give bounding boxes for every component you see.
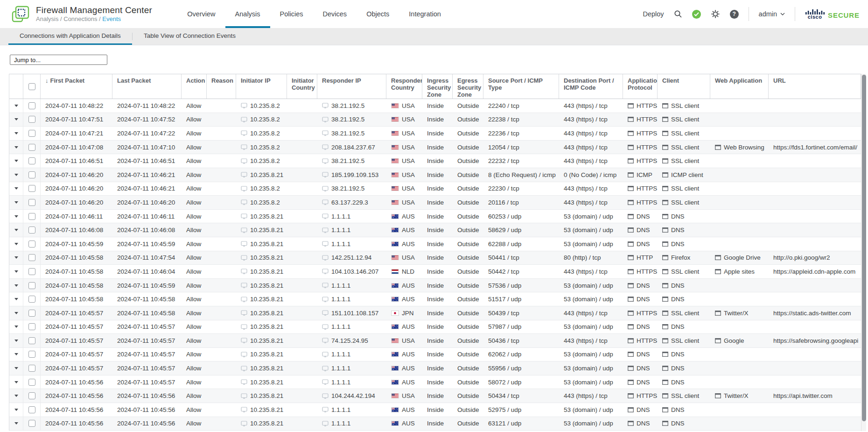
expand-row-cell[interactable] (9, 154, 23, 168)
column-header-last-packet[interactable]: Last Packet (112, 74, 182, 99)
column-header-egress-security-zone[interactable]: Egress Security Zone (453, 74, 483, 99)
nav-item-policies[interactable]: Policies (270, 0, 313, 28)
row-checkbox[interactable] (28, 213, 35, 220)
expand-row-cell[interactable] (9, 127, 23, 140)
expand-row-cell[interactable] (9, 141, 23, 154)
row-checkbox[interactable] (28, 171, 35, 178)
scrollbar-thumb[interactable] (862, 75, 866, 421)
row-checkbox[interactable] (28, 130, 35, 137)
select-all-checkbox[interactable] (28, 83, 35, 90)
column-header-initiator-ip[interactable]: Initiator IP (236, 74, 287, 99)
expand-row-cell[interactable] (9, 334, 23, 347)
usa-flag-icon (391, 145, 399, 150)
column-header-responder-country[interactable]: Responder Country (386, 74, 422, 99)
row-checkbox[interactable] (28, 268, 35, 275)
row-checkbox[interactable] (28, 185, 35, 192)
row-checkbox[interactable] (28, 116, 35, 123)
tab-table-view-of-connection-events[interactable]: Table View of Connection Events (133, 28, 247, 45)
column-header-initiator-country[interactable]: Initiator Country (287, 74, 317, 99)
expand-row-cell[interactable] (9, 168, 23, 182)
expand-row-cell[interactable] (9, 113, 23, 127)
row-checkbox[interactable] (28, 392, 35, 399)
column-header-ingress-security-zone[interactable]: Ingress Security Zone (422, 74, 453, 99)
nav-item-devices[interactable]: Devices (313, 0, 357, 28)
cell-action: Allow (182, 265, 207, 278)
row-checkbox[interactable] (28, 310, 35, 317)
row-checkbox[interactable] (28, 351, 35, 358)
nav-item-integration[interactable]: Integration (399, 0, 451, 28)
user-menu[interactable]: admin (759, 10, 785, 18)
help-icon[interactable]: ? (730, 10, 739, 19)
column-header-web-application[interactable]: Web Application (710, 74, 769, 99)
expand-row-cell[interactable] (9, 223, 23, 237)
column-header-responder-ip[interactable]: Responder IP (317, 74, 386, 99)
cell-client: SSL client (658, 141, 710, 154)
row-checkbox[interactable] (28, 144, 35, 151)
row-checkbox[interactable] (28, 241, 35, 248)
deploy-button[interactable]: Deploy (643, 10, 664, 18)
jump-to-combobox[interactable]: Jump to... (10, 55, 107, 65)
column-header-label: Ingress Security Zone (427, 77, 451, 98)
row-checkbox[interactable] (28, 282, 35, 289)
row-checkbox[interactable] (28, 379, 35, 386)
column-header-application-protocol[interactable]: Application Protocol (623, 74, 658, 99)
cell-application-protocol: DNS (623, 361, 658, 375)
expand-row-cell[interactable] (9, 306, 23, 320)
expand-row-cell[interactable] (9, 375, 23, 389)
expand-row-cell[interactable] (9, 279, 23, 292)
column-header-source-port-icmp-type[interactable]: Source Port / ICMP Type (483, 74, 559, 99)
expand-row-cell[interactable] (9, 292, 23, 306)
column-header-destination-port-icmp-code[interactable]: Destination Port / ICMP Code (559, 74, 623, 99)
cell-url: https://safebrowsing.googleapi (769, 334, 861, 347)
row-select-cell (23, 306, 41, 320)
cell-web-application: Twitter/X (710, 306, 769, 320)
expand-row-cell[interactable] (9, 361, 23, 375)
expand-row-cell[interactable] (9, 210, 23, 223)
expand-row-cell[interactable] (9, 196, 23, 209)
row-checkbox[interactable] (28, 227, 35, 234)
settings-gear-icon[interactable] (711, 9, 720, 19)
nav-item-overview[interactable]: Overview (177, 0, 225, 28)
expand-row-cell[interactable] (9, 251, 23, 265)
row-checkbox[interactable] (28, 406, 35, 413)
row-checkbox[interactable] (28, 420, 35, 427)
breadcrumb-current-link[interactable]: Events (102, 15, 121, 22)
expand-row-cell[interactable] (9, 348, 23, 361)
host-monitor-icon (322, 255, 329, 261)
expand-row-cell[interactable] (9, 417, 23, 431)
fmc-logo-icon (11, 5, 30, 23)
cell-url: https://appleid.cdn-apple.com (769, 265, 861, 278)
row-checkbox[interactable] (28, 365, 35, 372)
host-monitor-icon (322, 158, 329, 164)
column-header-first-packet[interactable]: ↓First Packet (41, 74, 112, 99)
cell-initiator-country (287, 417, 317, 431)
expand-row-cell[interactable] (9, 99, 23, 113)
search-icon[interactable] (674, 10, 682, 18)
row-select-cell (23, 348, 41, 361)
nav-item-objects[interactable]: Objects (357, 0, 399, 28)
expand-row-cell[interactable] (9, 265, 23, 278)
expand-row-cell[interactable] (9, 182, 23, 196)
expand-row-cell[interactable] (9, 403, 23, 417)
row-checkbox[interactable] (28, 254, 35, 261)
nav-item-analysis[interactable]: Analysis (225, 0, 270, 28)
row-checkbox[interactable] (28, 323, 35, 330)
tab-connections-with-application-details[interactable]: Connections with Application Details (8, 28, 132, 45)
column-header-reason[interactable]: Reason (207, 74, 236, 99)
cell-egress-security-zone: Outside (453, 361, 483, 375)
row-checkbox[interactable] (28, 337, 35, 344)
row-checkbox[interactable] (28, 199, 35, 206)
row-checkbox[interactable] (28, 296, 35, 303)
health-status-icon[interactable] (692, 10, 701, 19)
expand-row-cell[interactable] (9, 320, 23, 334)
row-checkbox[interactable] (28, 157, 35, 164)
column-header-url[interactable]: URL (769, 74, 861, 99)
vertical-scrollbar[interactable] (861, 74, 866, 431)
column-header-action[interactable]: Action (182, 74, 207, 99)
column-header-client[interactable]: Client (658, 74, 710, 99)
row-checkbox[interactable] (28, 102, 35, 109)
application-window-icon (628, 103, 634, 108)
cell-reason (207, 375, 236, 389)
expand-row-cell[interactable] (9, 237, 23, 251)
expand-row-cell[interactable] (9, 389, 23, 403)
